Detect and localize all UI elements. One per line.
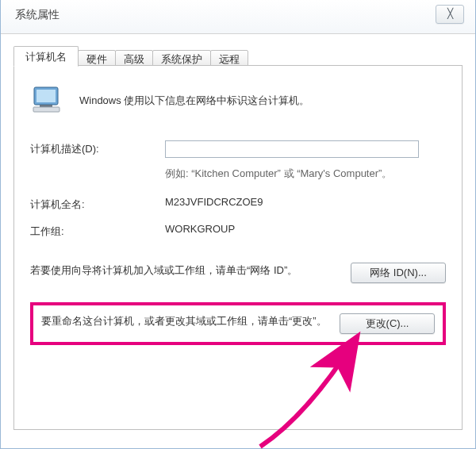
intro-row: Windows 使用以下信息在网络中标识这台计算机。 [30, 83, 446, 118]
text-change: 要重命名这台计算机，或者更改其域或工作组，请单击“更改”。 [41, 313, 340, 330]
tab-label: 硬件 [86, 53, 107, 65]
tab-label: 系统保护 [161, 53, 202, 65]
window-title: 系统属性 [1, 0, 60, 22]
tab-label: 远程 [219, 53, 240, 65]
row-fullname: 计算机全名: M23JVFIDCRCZOE9 [30, 196, 446, 212]
highlight-change-row: 要重命名这台计算机，或者更改其域或工作组，请单击“更改”。 更改(C)... [30, 302, 446, 345]
close-button[interactable]: ╳ [436, 5, 464, 24]
tabstrip: 计算机名 硬件 高级 系统保护 远程 [13, 45, 463, 66]
intro-text: Windows 使用以下信息在网络中标识这台计算机。 [79, 94, 309, 108]
client-area: 计算机名 硬件 高级 系统保护 远程 Windows 使用以下信息在网络中标识这… [1, 34, 475, 443]
value-fullname: M23JVFIDCRCZOE9 [165, 196, 446, 208]
row-description: 计算机描述(D): [30, 140, 446, 158]
text-network-id: 若要使用向导将计算机加入域或工作组，请单击“网络 ID”。 [30, 263, 351, 279]
value-workgroup: WORKGROUP [165, 223, 446, 235]
label-description: 计算机描述(D): [30, 140, 165, 156]
system-properties-window: 系统属性 ╳ 计算机名 硬件 高级 系统保护 远程 [0, 0, 476, 449]
tab-label: 高级 [124, 53, 144, 65]
button-label: 更改(C)... [366, 317, 409, 329]
computer-icon [30, 83, 65, 118]
row-network-id: 若要使用向导将计算机加入域或工作组，请单击“网络 ID”。 网络 ID(N)..… [30, 263, 446, 283]
tab-computer-name[interactable]: 计算机名 [13, 46, 79, 67]
label-workgroup: 工作组: [30, 223, 165, 239]
label-fullname: 计算机全名: [30, 196, 165, 212]
svg-rect-3 [33, 107, 60, 112]
row-workgroup: 工作组: WORKGROUP [30, 223, 446, 239]
change-button[interactable]: 更改(C)... [340, 313, 435, 334]
description-example: 例如: “Kitchen Computer” 或 “Mary's Compute… [165, 166, 446, 182]
tabpanel-computer-name: Windows 使用以下信息在网络中标识这台计算机。 计算机描述(D): 例如:… [13, 65, 463, 430]
description-input[interactable] [165, 140, 419, 158]
svg-rect-1 [36, 90, 56, 102]
close-icon: ╳ [447, 8, 453, 19]
titlebar: 系统属性 ╳ [1, 0, 475, 34]
network-id-button[interactable]: 网络 ID(N)... [351, 263, 446, 283]
tab-label: 计算机名 [25, 51, 67, 63]
button-label: 网络 ID(N)... [370, 267, 427, 278]
value-description [165, 140, 446, 158]
